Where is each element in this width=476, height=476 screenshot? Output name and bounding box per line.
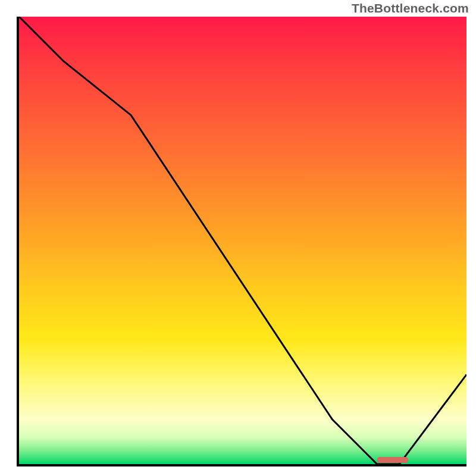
optimal-range-marker (377, 457, 409, 463)
attribution-label: TheBottleneck.com (352, 1, 469, 15)
chart-container: TheBottleneck.com (0, 0, 476, 476)
bottleneck-curve (19, 17, 466, 464)
curve-path (19, 17, 466, 464)
plot-axes (17, 17, 466, 466)
